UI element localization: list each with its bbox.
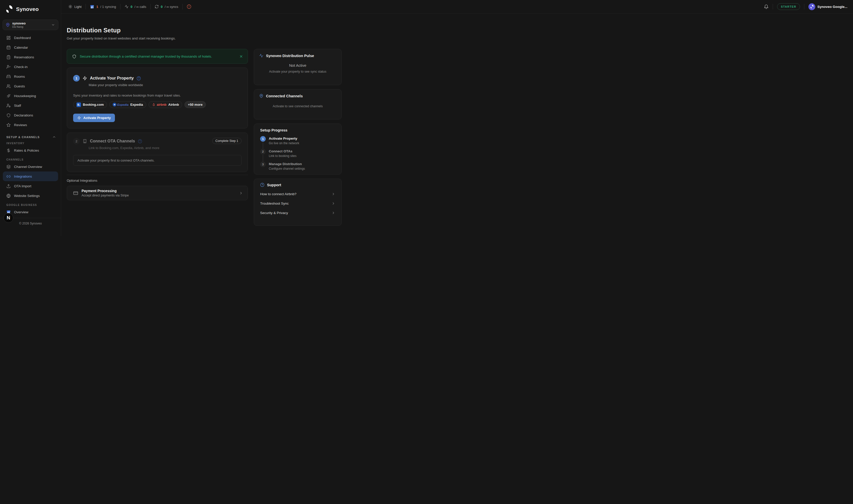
clipboard-list-icon <box>6 55 11 59</box>
chevron-down-icon <box>51 23 55 27</box>
sidebar-item-ota-import[interactable]: OTA Import <box>3 181 58 191</box>
sidebar-item-check-in[interactable]: Check-in <box>3 62 58 72</box>
separator <box>86 4 86 10</box>
sidebar-item-label: Overview <box>14 210 28 214</box>
sidebar-item-label: Calendar <box>14 46 28 50</box>
sidebar-item-label: Rates & Policies <box>14 148 39 152</box>
sidebar-item-dashboard[interactable]: Dashboard <box>3 33 58 42</box>
bed-icon <box>6 74 11 79</box>
progress-step-subtitle: Link to booking sites <box>269 154 296 158</box>
sidebar-footer: N © 2026 Synoveo <box>0 218 61 236</box>
sidebar-item-housekeeping[interactable]: Housekeeping <box>3 91 58 101</box>
progress-step-number: 1 <box>260 136 266 142</box>
main-nav: Dashboard Calendar Reservations Check-in… <box>0 33 61 130</box>
sidebar-item-label: Declarations <box>14 113 33 117</box>
star-icon <box>6 123 11 127</box>
theme-label: Light <box>74 5 81 9</box>
chip-label: Airbnb <box>168 103 179 107</box>
step2-number-badge: 2 <box>73 138 80 144</box>
section-setup-channels[interactable]: SETUP & CHANNELS <box>6 135 55 139</box>
sidebar-item-label: Dashboard <box>14 36 31 40</box>
optional-integrations-label: Optional Integrations <box>67 179 248 182</box>
booking-logo-icon: B. <box>76 103 81 107</box>
chevron-right-icon <box>331 192 335 196</box>
api-calls-status[interactable]: 0 / ∞ calls <box>125 5 146 9</box>
setup-progress-title: Setup Progress <box>260 128 287 132</box>
help-circle-icon[interactable] <box>138 139 142 143</box>
help-circle-icon[interactable] <box>137 76 141 80</box>
topbar: Light G 1 / 1 syncing 0 / ∞ calls 0 / ∞ … <box>61 0 399 14</box>
sidebar-item-declarations[interactable]: Declarations <box>3 110 58 120</box>
chip-airbnb: airbnb Airbnb <box>148 101 182 108</box>
connected-channels-card: Connected Channels Activate to see conne… <box>254 89 342 120</box>
step2-card: Complete Step 1 2 Connect OTA Channels L… <box>67 132 248 172</box>
pulse-hint: Activate your property to see sync statu… <box>259 70 336 73</box>
support-card: Support How to connect Airbnb? Troublesh… <box>254 179 342 226</box>
property-selector[interactable]: synoveo Da Nang <box>3 20 58 30</box>
nextjs-dev-badge[interactable]: N <box>4 213 13 223</box>
sidebar-item-staff[interactable]: Staff <box>3 101 58 110</box>
step1-subtitle: Make your property visible worldwide <box>89 83 241 87</box>
refresh-icon <box>155 5 159 9</box>
separator <box>182 4 183 10</box>
globe-icon <box>6 194 11 198</box>
group-label-google-business: GOOGLE BUSINESS <box>6 203 55 206</box>
support-link-airbnb[interactable]: How to connect Airbnb? <box>260 189 335 199</box>
sidebar-item-reservations[interactable]: Reservations <box>3 52 58 62</box>
help-circle-icon <box>260 183 265 187</box>
alert-circle-icon[interactable] <box>187 4 191 9</box>
sidebar-item-rooms[interactable]: Rooms <box>3 72 58 81</box>
sidebar-item-label: Rooms <box>14 75 25 78</box>
dollar-icon <box>6 148 11 152</box>
group-label-channels: CHANNELS <box>6 158 55 161</box>
main-content: Distribution Setup Get your property lis… <box>61 14 399 236</box>
sidebar-item-channel-overview[interactable]: Channel Overview <box>3 162 58 172</box>
security-banner: Secure distribution through a certified … <box>67 49 248 64</box>
sidebar-item-calendar[interactable]: Calendar <box>3 42 58 52</box>
support-link-security[interactable]: Security & Privacy <box>260 208 335 218</box>
sidebar-item-label: Reservations <box>14 55 34 59</box>
sidebar-item-label: Staff <box>14 104 21 108</box>
syncs-status[interactable]: 0 / ∞ syncs <box>155 5 178 9</box>
group-label-inventory: INVENTORY <box>6 142 55 145</box>
progress-step-title: Connect OTAs <box>269 149 296 154</box>
users-icon <box>6 84 11 88</box>
connected-channels-hint: Activate to see connected channels <box>259 105 336 108</box>
chip-expedia: ✈ Expedia Expedia <box>109 101 146 108</box>
google-business-storefront-icon: G <box>90 5 94 9</box>
sidebar-item-website-settings[interactable]: Website Settings <box>3 191 58 200</box>
gbp-sync-status[interactable]: G 1 / 1 syncing <box>90 5 116 9</box>
progress-step-1: 1 Activate Property Go live on the netwo… <box>260 136 335 149</box>
sidebar-item-guests[interactable]: Guests <box>3 81 58 91</box>
close-icon[interactable] <box>239 55 243 58</box>
progress-step-number: 3 <box>260 162 266 167</box>
sidebar-item-rates-policies[interactable]: Rates & Policies <box>3 145 58 155</box>
more-channels-chip[interactable]: +50 more <box>184 101 205 108</box>
sidebar-item-label: Channel Overview <box>14 165 42 169</box>
sidebar-item-label: Integrations <box>14 175 32 178</box>
sidebar-item-label: Reviews <box>14 123 27 127</box>
theme-toggle[interactable]: Light <box>68 5 81 9</box>
progress-step-number: 2 <box>260 149 266 155</box>
step2-subtitle: Link to Booking.com, Expedia, Airbnb, an… <box>89 146 241 150</box>
brand: Synoveo <box>0 0 61 13</box>
step1-card: 1 Activate Your Property Make your prope… <box>67 68 248 128</box>
progress-step-3: 3 Manage Distribution Configure channel … <box>260 162 335 174</box>
dashboard-icon <box>6 36 11 40</box>
step2-locked-notice: Activate your property first to connect … <box>73 155 241 166</box>
chip-label: Expedia <box>130 103 143 107</box>
progress-step-subtitle: Go live on the network <box>269 141 299 145</box>
sidebar-item-label: Check-in <box>14 65 28 69</box>
property-location: Da Nang <box>12 25 26 29</box>
sidebar-item-integrations[interactable]: Integrations <box>3 172 58 181</box>
payment-processing-row[interactable]: Payment Processing Accept direct payment… <box>67 186 248 200</box>
property-name: synoveo <box>12 21 26 25</box>
calendar-icon <box>6 46 11 50</box>
support-link-troubleshoot[interactable]: Troubleshoot Sync <box>260 199 335 208</box>
sidebar-item-label: Housekeeping <box>14 94 36 98</box>
activate-property-button[interactable]: Activate Property <box>73 114 115 122</box>
sidebar-item-reviews[interactable]: Reviews <box>3 120 58 130</box>
expedia-logo-icon: ✈ Expedia <box>113 103 128 107</box>
chevron-right-icon <box>239 191 243 195</box>
syncs-label: / ∞ syncs <box>165 5 178 9</box>
